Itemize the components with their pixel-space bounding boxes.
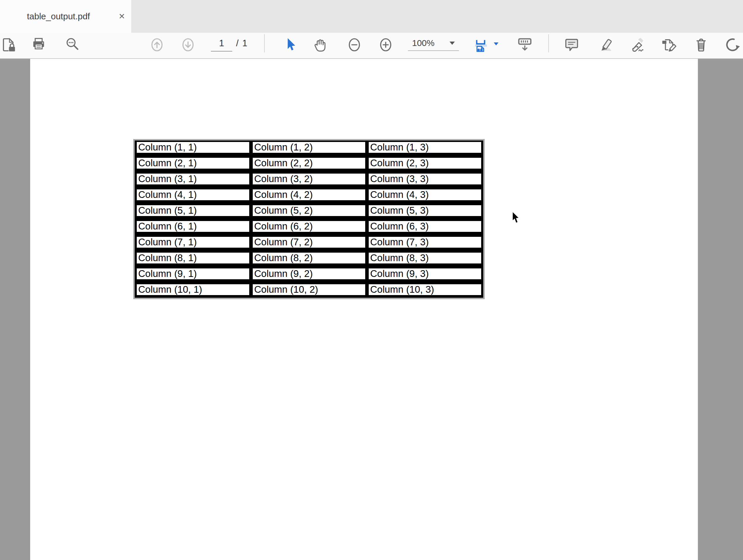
pdf-page: Column (1, 1)Column (1, 2)Column (1, 3)C… [30, 59, 698, 560]
table-cell: Column (10, 2) [253, 284, 365, 295]
print-icon [31, 37, 47, 53]
table-cell: Column (9, 1) [137, 269, 249, 279]
document-lock-icon [0, 37, 17, 53]
table-cell: Column (7, 2) [253, 237, 365, 248]
table-cell: Column (1, 3) [369, 142, 481, 153]
table-cell: Column (8, 3) [369, 252, 481, 264]
chevron-down-icon [449, 42, 455, 45]
table-cell: Column (9, 3) [369, 269, 481, 279]
zoom-out-button[interactable] [346, 37, 362, 53]
table-cell: Column (1, 2) [253, 142, 365, 153]
continuous-scroll-icon [517, 37, 533, 53]
hand-tool-button[interactable] [312, 37, 329, 53]
table-cell: Column (10, 1) [137, 284, 249, 295]
highlighter-icon [596, 37, 612, 53]
pdf-table: Column (1, 1)Column (1, 2)Column (1, 3)C… [133, 139, 485, 299]
previous-page-button[interactable] [149, 37, 165, 53]
table-cell: Column (6, 2) [253, 221, 365, 232]
search-icon [64, 37, 81, 53]
fit-width-button[interactable] [474, 37, 490, 53]
table-cell: Column (2, 2) [253, 158, 365, 169]
table-cell: Column (6, 1) [137, 221, 249, 232]
table-cell: Column (3, 2) [253, 174, 365, 184]
fit-width-chevron-icon[interactable] [494, 42, 498, 45]
mouse-cursor-icon [512, 212, 520, 225]
table-cell: Column (5, 1) [137, 205, 249, 216]
table-cell: Column (5, 2) [253, 205, 365, 216]
table-cell: Column (7, 3) [369, 237, 481, 248]
table-cell: Column (9, 2) [253, 269, 365, 279]
delete-pages-button[interactable] [693, 37, 709, 53]
tab-close-icon[interactable]: ✕ [116, 10, 128, 23]
fountain-pen-icon [628, 37, 645, 53]
zoom-level-dropdown[interactable]: 100% [408, 36, 459, 51]
rotate-page-button[interactable] [725, 37, 741, 53]
trash-icon [693, 37, 709, 53]
tab-bar: table_output.pdf ✕ [0, 0, 743, 33]
table-cell: Column (8, 1) [137, 252, 249, 264]
tab-table-output-pdf[interactable]: table_output.pdf ✕ [0, 0, 131, 33]
table-cell: Column (10, 3) [369, 284, 481, 295]
fit-width-icon [474, 37, 490, 53]
comment-icon [564, 37, 580, 53]
table-cell: Column (2, 3) [369, 158, 481, 169]
sign-button[interactable] [628, 37, 645, 53]
pdf-viewer-window: { "tab_bar": { "active_tab": { "title": … [0, 0, 743, 560]
fill-sign-button[interactable] [661, 37, 677, 53]
hand-icon [312, 37, 329, 53]
arrow-up-circle-icon [149, 37, 165, 53]
page-total-value: 1 [242, 38, 248, 48]
minus-circle-icon [346, 37, 362, 53]
rotate-icon [725, 37, 741, 53]
find-tools-button[interactable] [64, 37, 81, 53]
document-area[interactable]: Column (1, 1)Column (1, 2)Column (1, 3)C… [0, 59, 743, 560]
print-button[interactable] [31, 37, 47, 53]
toolbar-divider [548, 34, 549, 52]
plus-circle-icon [378, 37, 394, 53]
table-cell: Column (4, 3) [369, 189, 481, 200]
table-cell: Column (2, 1) [137, 158, 249, 169]
tab-title: table_output.pdf [27, 11, 90, 21]
table-cell: Column (5, 3) [369, 205, 481, 216]
table-cell: Column (4, 1) [137, 189, 249, 200]
table-cell: Column (1, 1) [137, 142, 249, 153]
arrow-down-circle-icon [180, 37, 196, 53]
table-cell: Column (7, 1) [137, 237, 249, 248]
page-separator: / [236, 38, 239, 48]
toolbar: 1 / 1 100% [0, 33, 743, 59]
table-cell: Column (3, 1) [137, 174, 249, 184]
next-page-button[interactable] [180, 37, 196, 53]
table-cell: Column (3, 3) [369, 174, 481, 184]
select-tool-button[interactable] [282, 37, 298, 53]
table-cell: Column (4, 2) [253, 189, 365, 200]
fill-and-sign-icon [661, 37, 677, 53]
page-number-input[interactable]: 1 [211, 36, 232, 51]
toolbar-divider [264, 34, 265, 52]
zoom-in-button[interactable] [378, 37, 394, 53]
zoom-level-value: 100% [412, 38, 435, 48]
scroll-mode-button[interactable] [517, 37, 533, 53]
select-cursor-icon [282, 37, 298, 53]
table-cell: Column (6, 3) [369, 221, 481, 232]
page-count-label: / 1 [236, 36, 248, 51]
highlight-button[interactable] [596, 37, 612, 53]
protect-document-button[interactable] [0, 37, 17, 53]
comment-button[interactable] [564, 37, 580, 53]
table-cell: Column (8, 2) [253, 252, 365, 264]
